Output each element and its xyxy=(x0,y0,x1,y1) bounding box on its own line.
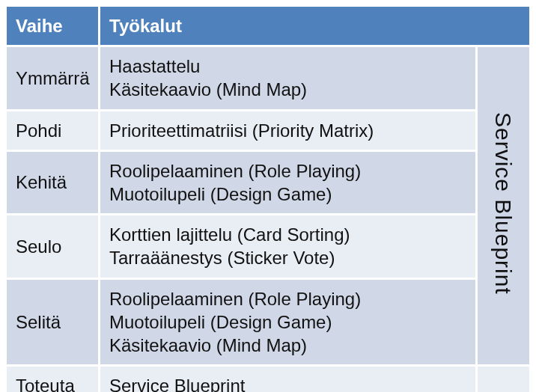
tool-item: Käsitekaavio (Mind Map) xyxy=(109,334,466,357)
table-header-row: Vaihe Työkalut xyxy=(6,6,531,46)
phase-cell: Ymmärrä xyxy=(6,46,100,110)
phase-cell: Toteuta xyxy=(6,366,100,392)
tools-cell: Roolipelaaminen (Role Playing) Muotoilup… xyxy=(100,150,477,214)
phase-cell: Selitä xyxy=(6,278,100,366)
tool-item: Käsitekaavio (Mind Map) xyxy=(109,78,466,101)
phase-cell: Seulo xyxy=(6,215,100,278)
tools-cell: Service Blueprint xyxy=(100,366,477,392)
tool-item: Haastattelu xyxy=(109,55,466,78)
table-row: Kehitä Roolipelaaminen (Role Playing) Mu… xyxy=(6,150,531,214)
header-tyokalut: Työkalut xyxy=(100,6,531,46)
tool-item: Roolipelaaminen (Role Playing) xyxy=(109,159,466,183)
tool-item: Korttien lajittelu (Card Sorting) xyxy=(109,223,466,246)
tool-item: Tarraäänestys (Sticker Vote) xyxy=(109,246,466,269)
tool-item: Roolipelaaminen (Role Playing) xyxy=(109,287,466,310)
tool-item: Muotoilupeli (Design Game) xyxy=(109,183,466,206)
table-container: Vaihe Työkalut Ymmärrä Haastattelu Käsit… xyxy=(0,0,536,392)
service-blueprint-label: Service Blueprint xyxy=(489,112,518,295)
table-row: Selitä Roolipelaaminen (Role Playing) Mu… xyxy=(6,278,531,366)
tools-cell: Roolipelaaminen (Role Playing) Muotoilup… xyxy=(100,278,477,366)
tool-item: Muotoilupeli (Design Game) xyxy=(109,310,466,334)
tool-item: Prioriteettimatriisi (Priority Matrix) xyxy=(109,119,466,142)
empty-span-cell xyxy=(477,366,531,392)
service-blueprint-span-cell: Service Blueprint xyxy=(477,46,531,366)
table-row: Pohdi Prioriteettimatriisi (Priority Mat… xyxy=(6,110,531,150)
table-row: Seulo Korttien lajittelu (Card Sorting) … xyxy=(6,215,531,278)
phase-cell: Kehitä xyxy=(6,150,100,214)
phases-tools-table: Vaihe Työkalut Ymmärrä Haastattelu Käsit… xyxy=(4,4,532,392)
tool-item: Service Blueprint xyxy=(109,374,466,392)
header-vaihe: Vaihe xyxy=(6,6,100,46)
tools-cell: Prioriteettimatriisi (Priority Matrix) xyxy=(100,110,477,150)
phase-cell: Pohdi xyxy=(6,110,100,150)
tools-cell: Korttien lajittelu (Card Sorting) Tarraä… xyxy=(100,215,477,278)
table-row: Toteuta Service Blueprint xyxy=(6,366,531,392)
table-row: Ymmärrä Haastattelu Käsitekaavio (Mind M… xyxy=(6,46,531,110)
tools-cell: Haastattelu Käsitekaavio (Mind Map) xyxy=(100,46,477,110)
